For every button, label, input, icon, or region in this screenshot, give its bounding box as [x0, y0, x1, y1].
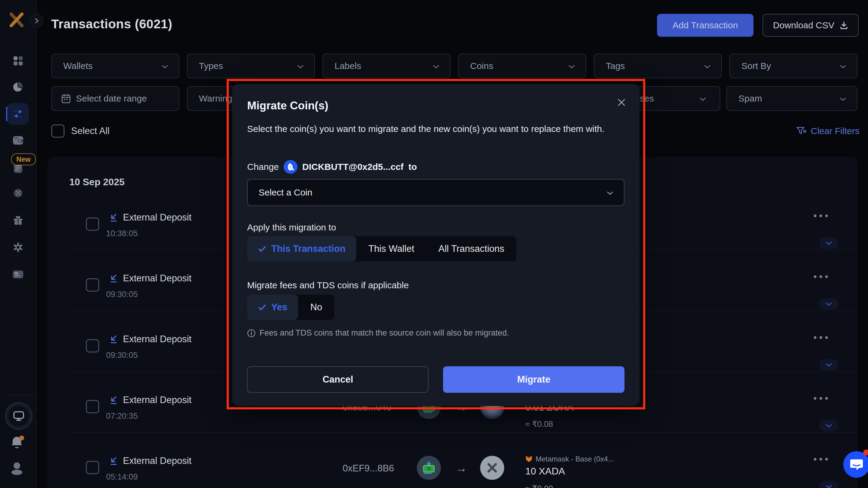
cancel-button[interactable]: Cancel — [247, 366, 429, 393]
clear-filters-label: Clear Filters — [811, 126, 860, 136]
filter-label: Coins — [470, 61, 493, 71]
tab-this-transaction[interactable]: This Transaction — [247, 236, 356, 261]
sidebar-item-offers[interactable] — [7, 182, 29, 204]
filter-label: Select date range — [76, 93, 147, 104]
sidebar-item-settings[interactable] — [7, 236, 29, 258]
row-checkbox[interactable] — [86, 461, 99, 474]
download-csv-button[interactable]: Download CSV — [763, 14, 859, 37]
modal-title: Migrate Coin(s) — [247, 99, 328, 112]
external-deposit-arrow-icon — [108, 273, 118, 283]
notifications-button[interactable] — [10, 435, 26, 451]
external-deposit-arrow-icon — [108, 395, 118, 405]
row-expand-button[interactable] — [819, 298, 838, 310]
row-checkbox[interactable] — [86, 339, 99, 352]
add-transaction-button[interactable]: Add Transaction — [657, 14, 753, 37]
sidebar-expand-button[interactable] — [30, 14, 43, 27]
source-coin-label: DICKBUTT@0x2d5...ccf — [302, 162, 404, 172]
row-expand-button[interactable] — [819, 359, 838, 370]
toggle-no[interactable]: No — [298, 295, 334, 320]
row-expand-button[interactable] — [819, 420, 838, 431]
row-expand-button[interactable] — [819, 237, 838, 249]
row-more-button[interactable] — [814, 458, 828, 461]
tab-all-transactions[interactable]: All Transactions — [427, 236, 517, 261]
row-more-button[interactable] — [814, 336, 828, 339]
coin-select-dropdown[interactable]: Select a Coin — [247, 179, 624, 206]
filter-label: Sort By — [741, 61, 771, 71]
pie-chart-icon — [13, 82, 24, 92]
row-expand-button[interactable] — [819, 481, 838, 488]
transactions-transfer-icon — [12, 109, 24, 119]
chevron-down-icon — [699, 97, 707, 101]
close-icon[interactable] — [615, 96, 627, 108]
filter-label: Types — [199, 61, 223, 71]
fees-toggle: Yes No — [247, 295, 334, 320]
check-icon — [258, 304, 267, 311]
row-checkbox[interactable] — [86, 400, 99, 413]
transaction-hash: 0xEF9...8B6 — [343, 463, 394, 474]
tab-this-wallet[interactable]: This Wallet — [356, 236, 426, 261]
chat-notification-dot — [863, 450, 868, 455]
transaction-type: External Deposit — [123, 273, 191, 284]
sidebar-item-dashboard[interactable] — [7, 50, 29, 72]
info-icon — [247, 329, 255, 337]
row-more-button[interactable] — [814, 397, 828, 400]
filter-coins[interactable]: Coins — [458, 54, 586, 78]
filter-date-range[interactable]: Select date range — [51, 86, 179, 111]
row-checkbox[interactable] — [86, 278, 99, 292]
row-more-button[interactable] — [814, 215, 828, 217]
filter-label: Spam — [738, 93, 762, 104]
clear-filters-button[interactable]: Clear Filters — [796, 126, 860, 136]
demo-mode-button[interactable] — [5, 402, 32, 429]
chevron-down-icon — [568, 64, 575, 69]
cash-source-icon — [417, 456, 441, 480]
sidebar-item-portfolio[interactable] — [7, 76, 29, 98]
filter-label: Labels — [335, 61, 361, 71]
profile-button[interactable] — [10, 461, 26, 477]
card-icon — [13, 270, 24, 279]
transaction-time: 05:14:09 — [106, 472, 138, 482]
row-more-button[interactable] — [814, 275, 828, 278]
filter-labels[interactable]: Labels — [322, 54, 451, 78]
transaction-time: 09:30:05 — [106, 351, 138, 360]
filter-label: Tags — [606, 61, 625, 71]
transaction-type: External Deposit — [123, 455, 191, 466]
sidebar-item-cards[interactable] — [7, 264, 29, 285]
chat-bubble-icon — [849, 458, 864, 471]
select-all-checkbox[interactable] — [51, 124, 64, 138]
transaction-inr-value: ≈ ₹0.00 — [525, 484, 553, 488]
sidebar: New — [0, 0, 36, 488]
migrate-button[interactable]: Migrate — [443, 366, 624, 393]
monitor-icon — [13, 411, 25, 421]
filter-label: ses — [640, 93, 654, 104]
external-deposit-arrow-icon — [108, 456, 118, 466]
filter-spam[interactable]: Spam — [726, 86, 858, 111]
filter-clear-icon — [796, 127, 807, 135]
filter-wallets[interactable]: Wallets — [51, 54, 179, 78]
chevron-right-icon — [35, 18, 39, 24]
chat-support-button[interactable] — [843, 451, 868, 478]
toggle-yes[interactable]: Yes — [247, 295, 298, 320]
filter-sort-by[interactable]: Sort By — [730, 54, 858, 78]
sidebar-item-rewards[interactable] — [7, 209, 29, 231]
koinx-logo-icon — [8, 11, 27, 29]
chevron-down-icon — [825, 363, 832, 367]
chevron-down-icon — [839, 97, 846, 101]
notification-dot — [19, 435, 24, 441]
person-icon — [10, 461, 25, 476]
transaction-time: 07:20:35 — [106, 412, 138, 421]
arrow-right-icon: → — [455, 461, 467, 475]
transaction-time: 09:30:05 — [106, 290, 138, 299]
filter-tags[interactable]: Tags — [594, 54, 722, 78]
settings-gear-icon — [13, 242, 24, 253]
sidebar-item-transactions[interactable] — [7, 103, 29, 125]
chevron-down-icon — [825, 484, 832, 488]
sidebar-item-wallets[interactable] — [7, 130, 29, 151]
tab-label: This Wallet — [368, 243, 414, 254]
metamask-fox-icon — [525, 456, 532, 462]
transaction-inr-value: ≈ ₹0.08 — [525, 419, 553, 429]
row-checkbox[interactable] — [86, 218, 99, 231]
xada-coin-icon — [480, 456, 504, 480]
external-deposit-arrow-icon — [108, 334, 118, 344]
filter-types[interactable]: Types — [187, 54, 315, 78]
chevron-down-icon — [161, 64, 168, 69]
